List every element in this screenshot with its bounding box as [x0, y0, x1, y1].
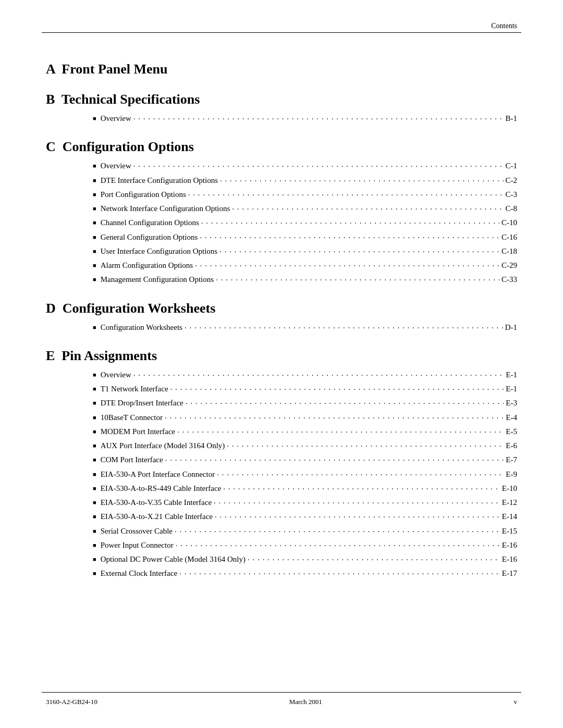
toc-bullet-icon: ■	[93, 512, 96, 521]
toc-page: C-18	[501, 245, 517, 257]
toc-dots: . . . . . . . . . . . . . . . . . . . . …	[223, 481, 500, 493]
toc-label: DTE Drop/Insert Interface	[101, 397, 183, 409]
toc-bullet-icon: ■	[93, 190, 96, 199]
toc-label: T1 Network Interface	[101, 383, 168, 395]
toc-dots: . . . . . . . . . . . . . . . . . . . . …	[133, 367, 504, 379]
toc-entry: ■DTE Drop/Insert Interface . . . . . . .…	[93, 397, 517, 409]
toc-bullet-icon: ■	[93, 413, 96, 422]
section-C: C Configuration Options■Overview . . . .…	[46, 139, 517, 286]
toc-page: E-16	[502, 553, 517, 565]
toc-page: E-1	[506, 383, 517, 395]
toc-dots: . . . . . . . . . . . . . . . . . . . . …	[165, 452, 504, 464]
toc-label: Serial Crossover Cable	[101, 525, 173, 537]
toc-entry: ■EIA-530-A-to-V.35 Cable Interface . . .…	[93, 497, 517, 509]
toc-label: Power Input Connector	[101, 539, 174, 551]
toc-dots: . . . . . . . . . . . . . . . . . . . . …	[248, 552, 500, 564]
toc-dots: . . . . . . . . . . . . . . . . . . . . …	[232, 201, 503, 213]
section-letter-B: B	[46, 92, 55, 107]
toc-bullet-icon: ■	[93, 162, 96, 170]
toc-bullet-icon: ■	[93, 569, 96, 578]
toc-label: External Clock Interface	[101, 567, 177, 579]
section-letter-D: D	[46, 301, 56, 316]
toc-bullet-icon: ■	[93, 261, 96, 270]
footer-left: 3160-A2-GB24-10	[46, 698, 97, 706]
toc-dots: . . . . . . . . . . . . . . . . . . . . …	[170, 381, 504, 393]
toc-dots: . . . . . . . . . . . . . . . . . . . . …	[200, 230, 499, 242]
toc-page: C-33	[501, 274, 517, 286]
toc-bullet-icon: ■	[93, 427, 96, 436]
toc-bullet-icon: ■	[93, 385, 96, 393]
toc-page: C-8	[506, 203, 518, 215]
toc-bullet-icon: ■	[93, 371, 96, 379]
toc-label: General Configuration Options	[101, 231, 198, 243]
header-line	[42, 32, 521, 33]
footer-line	[42, 692, 521, 693]
toc-page: C-2	[506, 175, 518, 187]
toc-page: E-6	[506, 440, 517, 452]
toc-list-E: ■Overview . . . . . . . . . . . . . . . …	[93, 369, 517, 580]
toc-dots: . . . . . . . . . . . . . . . . . . . . …	[216, 272, 499, 284]
toc-label: COM Port Interface	[101, 454, 163, 466]
section-heading-B: B Technical Specifications	[46, 92, 517, 107]
toc-label: EIA-530-A-to-V.35 Cable Interface	[101, 497, 212, 509]
section-B: B Technical Specifications■Overview . . …	[46, 92, 517, 125]
toc-bullet-icon: ■	[93, 470, 96, 479]
toc-label: Alarm Configuration Options	[101, 260, 193, 272]
toc-dots: . . . . . . . . . . . . . . . . . . . . …	[179, 566, 500, 578]
toc-dots: . . . . . . . . . . . . . . . . . . . . …	[185, 320, 503, 332]
toc-bullet-icon: ■	[93, 323, 96, 332]
toc-page: E-14	[502, 511, 517, 523]
toc-dots: . . . . . . . . . . . . . . . . . . . . …	[177, 424, 504, 436]
toc-entry: ■Power Input Connector . . . . . . . . .…	[93, 539, 517, 551]
toc-label: Management Configuration Options	[101, 274, 214, 286]
toc-entry: ■Port Configuration Options . . . . . . …	[93, 189, 517, 201]
toc-dots: . . . . . . . . . . . . . . . . . . . . …	[215, 509, 500, 521]
section-letter-E: E	[46, 348, 55, 363]
toc-dots: . . . . . . . . . . . . . . . . . . . . …	[219, 244, 499, 256]
toc-entry: ■EIA-530-A-to-RS-449 Cable Interface . .…	[93, 483, 517, 495]
toc-entry: ■MODEM Port Interface . . . . . . . . . …	[93, 426, 517, 438]
toc-dots: . . . . . . . . . . . . . . . . . . . . …	[214, 495, 500, 507]
section-D: D Configuration Worksheets■Configuration…	[46, 301, 517, 334]
toc-entry: ■COM Port Interface . . . . . . . . . . …	[93, 454, 517, 466]
toc-label: DTE Interface Configuration Options	[101, 175, 218, 187]
toc-page: E-10	[502, 483, 517, 495]
main-content: A Front Panel MenuB Technical Specificat…	[0, 0, 563, 632]
section-E: E Pin Assignments■Overview . . . . . . .…	[46, 348, 517, 580]
toc-entry: ■Serial Crossover Cable . . . . . . . . …	[93, 525, 517, 537]
toc-page: E-12	[502, 497, 517, 509]
toc-entry: ■Network Interface Configuration Options…	[93, 203, 517, 215]
toc-dots: . . . . . . . . . . . . . . . . . . . . …	[220, 173, 503, 185]
toc-bullet-icon: ■	[93, 114, 96, 123]
toc-dots: . . . . . . . . . . . . . . . . . . . . …	[186, 396, 504, 408]
toc-page: E-3	[506, 397, 517, 409]
toc-label: EIA-530-A-to-RS-449 Cable Interface	[101, 483, 222, 495]
toc-page: C-29	[501, 260, 517, 272]
toc-page: E-9	[506, 468, 517, 480]
toc-entry: ■External Clock Interface . . . . . . . …	[93, 567, 517, 579]
toc-page: C-16	[501, 231, 517, 243]
toc-bullet-icon: ■	[93, 441, 96, 450]
toc-list-B: ■Overview . . . . . . . . . . . . . . . …	[93, 113, 517, 125]
section-heading-D: D Configuration Worksheets	[46, 301, 517, 316]
toc-bullet-icon: ■	[93, 218, 96, 227]
toc-entry: ■10BaseT Connector . . . . . . . . . . .…	[93, 412, 517, 424]
toc-page: E-5	[506, 426, 517, 438]
toc-entry: ■AUX Port Interface (Model 3164 Only) . …	[93, 440, 517, 452]
toc-page: E-17	[502, 567, 517, 579]
footer-center: March 2001	[289, 698, 322, 706]
toc-entry: ■Optional DC Power Cable (Model 3164 Onl…	[93, 553, 517, 565]
toc-entry: ■User Interface Configuration Options . …	[93, 245, 517, 257]
toc-page: B-1	[506, 113, 518, 125]
toc-dots: . . . . . . . . . . . . . . . . . . . . …	[133, 111, 504, 123]
toc-label: Optional DC Power Cable (Model 3164 Only…	[101, 553, 246, 565]
toc-page: E-4	[506, 412, 517, 424]
toc-label: Overview	[101, 113, 131, 125]
toc-label: Channel Configuration Options	[101, 217, 199, 229]
toc-page: E-16	[502, 539, 517, 551]
toc-bullet-icon: ■	[93, 247, 96, 256]
toc-entry: ■DTE Interface Configuration Options . .…	[93, 175, 517, 187]
toc-bullet-icon: ■	[93, 484, 96, 493]
toc-label: User Interface Configuration Options	[101, 245, 218, 257]
footer: 3160-A2-GB24-10 March 2001 v	[46, 698, 517, 706]
